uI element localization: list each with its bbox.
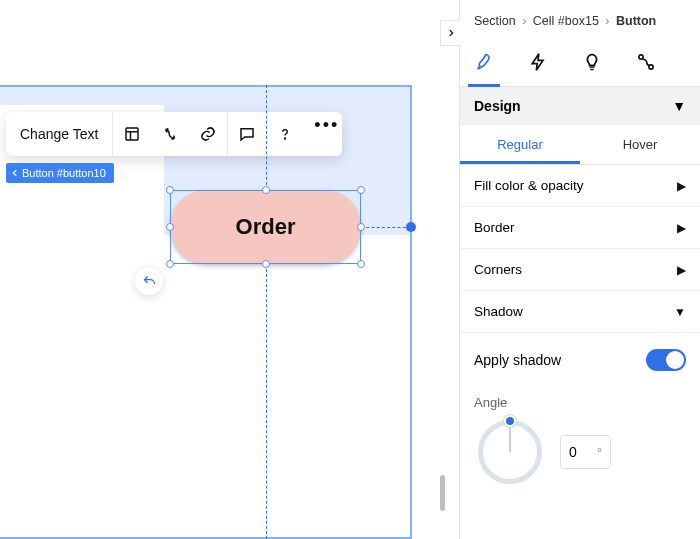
undo-icon: [142, 274, 157, 289]
breadcrumb: Section › Cell #box15 › Button: [460, 0, 700, 46]
breadcrumb-current: Button: [616, 14, 656, 28]
selection-outline: [170, 190, 361, 264]
resize-handle-e[interactable]: [357, 223, 365, 231]
row-border-label: Border: [474, 220, 515, 235]
subtab-hover[interactable]: Hover: [580, 125, 700, 164]
panel-mode-tabs: [460, 46, 700, 87]
selection[interactable]: Order: [170, 190, 361, 264]
resize-handle-n[interactable]: [262, 186, 270, 194]
resize-handle-nw[interactable]: [166, 186, 174, 194]
tab-actions[interactable]: [528, 46, 548, 86]
help-button[interactable]: [266, 112, 304, 156]
row-border[interactable]: Border ▶: [460, 207, 700, 249]
angle-label: Angle: [460, 379, 700, 416]
tab-ideas[interactable]: [582, 46, 602, 86]
link-button[interactable]: [189, 112, 227, 156]
svg-point-1: [285, 138, 286, 139]
comment-icon: [238, 125, 256, 143]
inspector-panel: Section › Cell #box15 › Button Design ▼ …: [460, 0, 700, 539]
tab-design[interactable]: [474, 46, 494, 86]
angle-control: °: [460, 416, 700, 502]
canvas[interactable]: Change Text ••• Button #button10 Ord: [0, 0, 460, 539]
tab-link[interactable]: [636, 46, 656, 86]
breadcrumb-sep: ›: [605, 14, 609, 28]
guide-vertical: [266, 264, 267, 539]
collapse-panel-button[interactable]: [440, 20, 460, 46]
resize-handle-sw[interactable]: [166, 260, 174, 268]
layout-button[interactable]: [113, 112, 151, 156]
layout-icon: [123, 125, 141, 143]
guide-vertical: [266, 85, 267, 190]
resize-handle-w[interactable]: [166, 223, 174, 231]
row-corners[interactable]: Corners ▶: [460, 249, 700, 291]
change-text-button[interactable]: Change Text: [6, 126, 112, 142]
breadcrumb-cell[interactable]: Cell #box15: [533, 14, 599, 28]
breadcrumb-section[interactable]: Section: [474, 14, 516, 28]
chevron-right-icon: ▶: [677, 263, 686, 277]
guide-horizontal: [361, 227, 411, 228]
row-fill-label: Fill color & opacity: [474, 178, 584, 193]
angle-input[interactable]: [561, 444, 597, 460]
row-shadow[interactable]: Shadow ▼: [460, 291, 700, 333]
element-tag-label: Button #button10: [22, 167, 106, 179]
apply-shadow-toggle[interactable]: [646, 349, 686, 371]
more-button[interactable]: •••: [304, 112, 342, 156]
row-shadow-label: Shadow: [474, 304, 523, 319]
chevron-down-icon: ▼: [674, 305, 686, 319]
angle-dial-knob[interactable]: [504, 415, 516, 427]
brush-icon: [474, 52, 494, 72]
animation-icon: [161, 125, 179, 143]
svg-point-3: [649, 65, 653, 69]
canvas-resize-grip[interactable]: [440, 475, 445, 511]
comment-button[interactable]: [228, 112, 266, 156]
resize-handle-se[interactable]: [357, 260, 365, 268]
apply-shadow-label: Apply shadow: [474, 352, 561, 368]
chevron-right-icon: [446, 27, 456, 39]
chevron-left-icon: [10, 168, 20, 178]
angle-unit: °: [597, 445, 610, 460]
resize-handle-s[interactable]: [262, 260, 270, 268]
apply-shadow-row: Apply shadow: [460, 333, 700, 379]
row-corners-label: Corners: [474, 262, 522, 277]
help-icon: [276, 125, 294, 143]
subtab-regular[interactable]: Regular: [460, 125, 580, 164]
angle-dial-needle: [509, 424, 511, 452]
resize-handle-ne[interactable]: [357, 186, 365, 194]
chevron-down-icon: ▼: [672, 98, 686, 114]
angle-dial[interactable]: [474, 416, 546, 488]
angle-input-wrap: °: [560, 435, 611, 469]
undo-button[interactable]: [135, 267, 163, 295]
design-section-title: Design: [474, 98, 521, 114]
breadcrumb-sep: ›: [522, 14, 526, 28]
bolt-icon: [528, 52, 548, 72]
chevron-right-icon: ▶: [677, 221, 686, 235]
row-fill[interactable]: Fill color & opacity ▶: [460, 165, 700, 207]
svg-point-2: [639, 55, 643, 59]
connect-icon: [636, 52, 656, 72]
guide-anchor-dot: [406, 222, 416, 232]
animation-button[interactable]: [151, 112, 189, 156]
more-icon: •••: [314, 125, 332, 143]
floating-toolbar: Change Text •••: [6, 112, 342, 156]
svg-rect-0: [126, 128, 138, 140]
state-subtabs: Regular Hover: [460, 125, 700, 165]
design-section-header[interactable]: Design ▼: [460, 87, 700, 125]
element-tag[interactable]: Button #button10: [6, 163, 114, 183]
chevron-right-icon: ▶: [677, 179, 686, 193]
lightbulb-icon: [582, 52, 602, 72]
link-icon: [199, 125, 217, 143]
